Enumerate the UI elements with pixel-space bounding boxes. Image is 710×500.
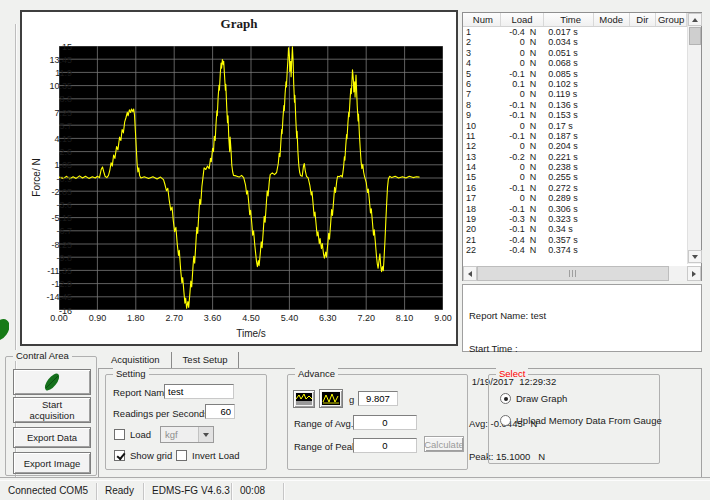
gravity-label: g: [349, 394, 354, 405]
scroll-left-button[interactable]: [463, 266, 477, 281]
status-connection: Connected COM5: [0, 483, 97, 500]
table-row[interactable]: 60.1N0.102 s: [463, 79, 687, 89]
start-acquisition-button[interactable]: Start acquisition: [13, 397, 91, 423]
range-of-avg-label: Range of Avg.: [294, 418, 354, 429]
force-time-curve: [59, 46, 443, 310]
waveform-view-button[interactable]: [293, 390, 315, 408]
table-row[interactable]: 9-0.1N0.153 s: [463, 110, 687, 120]
readings-per-seconds-input[interactable]: [205, 404, 235, 419]
load-unit-dropdown[interactable]: kgf: [160, 426, 214, 443]
status-spacer: [284, 483, 710, 500]
contral-area-group: Contral Area Start acquisition Export Da…: [5, 356, 97, 476]
export-image-button[interactable]: Export Image: [13, 452, 91, 474]
select-title: Select: [496, 368, 528, 379]
table-row[interactable]: 18-0.1N0.306 s: [463, 204, 687, 214]
status-version: EDMS-FG V4.6.3: [144, 483, 232, 500]
summary-info-box: Report Name: test Start Time : 1/19/2017…: [462, 284, 702, 352]
vertical-scroll-thumb[interactable]: [689, 27, 701, 45]
table-row[interactable]: 22-0.4N0.374 s: [463, 245, 687, 255]
table-header: Num Load Time Mode Dir Group: [463, 13, 687, 27]
table-row[interactable]: 140N0.238 s: [463, 162, 687, 172]
col-header-num[interactable]: Num: [463, 13, 501, 26]
tab-strip: Acquistition Test Setup: [100, 352, 239, 369]
x-tick-label: 2.70: [158, 313, 190, 323]
range-of-peak-label: Range of Peak: [294, 441, 357, 452]
table-row[interactable]: 150N0.255 s: [463, 172, 687, 182]
table-row[interactable]: 100N0.17 s: [463, 121, 687, 131]
upload-memory-label: Upload Memory Data From Gauge: [516, 415, 662, 426]
start-time-label: Start Time :: [469, 343, 695, 354]
table-row[interactable]: 5-0.1N0.085 s: [463, 69, 687, 79]
range-of-peak-input[interactable]: [353, 438, 417, 453]
scroll-up-button[interactable]: [688, 13, 702, 26]
report-name-label: Report Name: [113, 387, 170, 398]
arrow-up-icon: [692, 18, 698, 22]
connect-leaf-button[interactable]: [13, 369, 91, 395]
background-leaf-sliver: [0, 317, 9, 344]
col-header-mode[interactable]: Mode: [594, 13, 630, 26]
table-row[interactable]: 170N0.289 s: [463, 193, 687, 203]
edms-fg-window: Graph Force/ N 1513.4511.910.358.87.255.…: [0, 0, 710, 500]
status-bar: Connected COM5 Ready EDMS-FG V4.6.3 00:0…: [0, 483, 710, 500]
table-row[interactable]: 70N0.119 s: [463, 89, 687, 99]
readings-per-seconds-label: Readings per Seconds: [113, 408, 209, 419]
horizontal-scroll-thumb[interactable]: [477, 266, 669, 281]
export-data-button[interactable]: Export Data: [13, 427, 91, 448]
draw-graph-radio[interactable]: [500, 393, 511, 404]
table-row[interactable]: 19-0.3N0.323 s: [463, 214, 687, 224]
invert-load-label: Invert Load: [192, 450, 240, 461]
range-of-avg-input[interactable]: [353, 415, 417, 430]
tab-acquisition[interactable]: Acquistition: [100, 352, 172, 368]
table-body: 1-0.4N0.017 s20N0.034 s30N0.051 s40N0.06…: [463, 27, 687, 256]
leaf-icon: [37, 371, 67, 393]
chevron-down-icon: [203, 433, 209, 437]
show-grid-label: Show grid: [130, 450, 172, 461]
table-row[interactable]: 20N0.034 s: [463, 37, 687, 47]
scroll-right-button[interactable]: [687, 266, 701, 281]
table-row[interactable]: 13-0.2N0.221 s: [463, 152, 687, 162]
x-tick-label: 9.00: [427, 313, 459, 323]
gravity-input[interactable]: [358, 391, 398, 406]
statusbar-divider: [0, 477, 710, 481]
col-header-dir[interactable]: Dir: [630, 13, 657, 26]
table-horizontal-scrollbar[interactable]: [463, 266, 701, 281]
table-row[interactable]: 1-0.4N0.017 s: [463, 27, 687, 37]
scroll-down-button[interactable]: [688, 250, 702, 263]
upload-memory-radio[interactable]: [500, 415, 511, 426]
calculate-button[interactable]: Calculate: [424, 436, 464, 452]
table-row[interactable]: 30N0.051 s: [463, 48, 687, 58]
dropdown-arrow-button[interactable]: [198, 427, 213, 442]
invert-load-checkbox[interactable]: [176, 450, 187, 461]
report-name-input[interactable]: [164, 384, 234, 399]
peak-chart-icon: [322, 392, 340, 405]
col-header-time[interactable]: Time: [544, 13, 594, 26]
table-row[interactable]: 20-0.1N0.34 s: [463, 224, 687, 234]
advance-title: Advance: [295, 368, 338, 379]
setting-title: Setting: [113, 368, 149, 379]
table-row[interactable]: 16-0.1N0.272 s: [463, 183, 687, 193]
show-grid-checkbox[interactable]: [114, 450, 125, 461]
table-row[interactable]: 21-0.4N0.357 s: [463, 235, 687, 245]
draw-graph-label: Draw Graph: [516, 393, 567, 404]
table-row[interactable]: 120N0.204 s: [463, 141, 687, 151]
col-header-group[interactable]: Group: [656, 13, 687, 26]
graph-title: Graph: [22, 16, 456, 32]
table-row[interactable]: 8-0.1N0.136 s: [463, 100, 687, 110]
x-tick-label: 7.20: [350, 313, 382, 323]
tab-test-setup[interactable]: Test Setup: [172, 352, 240, 368]
status-ready: Ready: [97, 483, 144, 500]
col-header-load[interactable]: Load: [501, 13, 545, 26]
x-tick-label: 4.50: [235, 313, 267, 323]
load-checkbox[interactable]: [114, 429, 125, 440]
readings-table: Num Load Time Mode Dir Group 1-0.4N0.017…: [462, 12, 702, 281]
table-row[interactable]: 11-0.1N0.187 s: [463, 131, 687, 141]
x-tick-label: 0.90: [81, 313, 113, 323]
x-tick-label: 3.60: [197, 313, 229, 323]
table-vertical-scrollbar[interactable]: [687, 13, 701, 264]
table-row[interactable]: 40N0.068 s: [463, 58, 687, 68]
contral-area-title: Contral Area: [13, 350, 72, 361]
x-tick-label: 0.00: [43, 313, 75, 323]
x-axis-title: Time/s: [59, 328, 443, 339]
peak-analysis-button[interactable]: [319, 389, 343, 408]
load-unit-value: kgf: [161, 429, 198, 440]
